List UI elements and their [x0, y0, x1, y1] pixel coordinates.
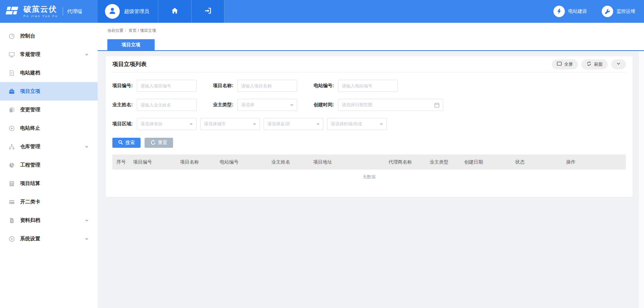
- station-no-label: 电站编号:: [314, 83, 338, 89]
- sidebar-item-project-initiation[interactable]: 项目立项: [0, 82, 98, 101]
- sidebar-item-label: 常规管理: [20, 51, 85, 58]
- sidebar-item-project-settlement[interactable]: 项目结算: [0, 174, 98, 193]
- stop-circle-icon: [8, 125, 15, 132]
- col-project-address: 项目地址: [309, 155, 384, 170]
- fullscreen-label: 全屏: [564, 61, 573, 67]
- sidebar-item-station-filing[interactable]: 电站建档: [0, 64, 98, 82]
- brand-text: 破茧云伏 Po Jian Yun Fu: [23, 5, 58, 18]
- brand-logo[interactable]: 破茧云伏 Po Jian Yun Fu 代理端: [0, 0, 98, 23]
- settings-icon: [8, 236, 15, 242]
- logo-mark-icon: [5, 5, 20, 18]
- tab-project-initiation[interactable]: 项目立项: [107, 39, 155, 50]
- col-status: 状态: [511, 155, 562, 170]
- user-menu[interactable]: 超级管理员: [98, 0, 158, 23]
- sidebar-item-open-class2-card[interactable]: 开二类卡: [0, 193, 98, 211]
- nav-monitoring-link[interactable]: 监控运维: [602, 6, 635, 17]
- logout-button[interactable]: [191, 0, 224, 23]
- sidebar-item-label: 开二类卡: [20, 199, 89, 205]
- caret-down-icon: [190, 123, 193, 125]
- briefcase-icon: [8, 88, 15, 95]
- chevron-down-icon: [616, 61, 621, 67]
- date-range-picker[interactable]: 请选择日期范围: [338, 99, 443, 111]
- filter-owner-type: 业主类型: 请选择: [213, 99, 314, 111]
- region-label: 项目区域:: [112, 121, 137, 127]
- sidebar-item-station-termination[interactable]: 电站终止: [0, 119, 98, 137]
- home-icon: [171, 7, 179, 16]
- avatar: [105, 4, 120, 19]
- owner-name-input[interactable]: [137, 99, 197, 111]
- sidebar-item-console[interactable]: 控制台: [0, 27, 98, 45]
- card-icon: [8, 199, 15, 205]
- nav-power-station-label: 电站建设: [568, 8, 587, 14]
- col-agent-name: 代理商名称: [384, 155, 426, 170]
- collapse-button[interactable]: [611, 59, 626, 69]
- file-icon: [8, 70, 15, 76]
- caret-down-icon: [290, 104, 293, 106]
- owner-type-select[interactable]: 请选择: [237, 99, 297, 111]
- project-name-label: 项目名称:: [213, 83, 237, 89]
- nav-monitoring-label: 监控运维: [616, 8, 635, 14]
- sidebar-item-label: 项目立项: [20, 88, 89, 95]
- sidebar-item-engineering-management[interactable]: 工程管理: [0, 156, 98, 174]
- fullscreen-icon: [557, 61, 562, 67]
- filter-create-time: 创建时间: 请选择日期范围: [314, 99, 443, 111]
- search-button[interactable]: 搜索: [112, 138, 141, 148]
- sign-out-icon: [204, 7, 212, 16]
- province-select[interactable]: 请选择省份: [137, 118, 197, 130]
- project-no-input[interactable]: [137, 80, 197, 92]
- town-select[interactable]: 请选择村镇/街道: [327, 118, 387, 130]
- sidebar-item-change-management[interactable]: 变更管理: [0, 101, 98, 119]
- city-select[interactable]: 请选择城市: [200, 118, 260, 130]
- breadcrumb-home-link[interactable]: 首页: [128, 28, 137, 33]
- pie-chart-icon: [8, 162, 15, 169]
- station-no-input[interactable]: [338, 80, 398, 92]
- brand-subtitle: Po Jian Yun Fu: [23, 14, 58, 18]
- fullscreen-button[interactable]: 全屏: [552, 59, 578, 69]
- col-project-no: 项目编号: [129, 155, 176, 170]
- refresh-button[interactable]: 刷新: [581, 59, 608, 69]
- col-create-date: 创建日期: [460, 155, 511, 170]
- project-name-input[interactable]: [237, 80, 297, 92]
- panel-body: 项目编号: 项目名称: 电站编号: 业主姓名: 业主类型: 请选择: [106, 72, 633, 184]
- reset-label: 重置: [158, 140, 167, 146]
- caret-down-icon: [380, 123, 383, 125]
- sidebar: 控制台 常规管理 电站建档 项目立项 变更管理 电站终止: [0, 23, 98, 308]
- filter-buttons: 搜索 重置: [112, 138, 626, 148]
- user-icon: [108, 6, 117, 16]
- panel-header: 项目立项列表 全屏 刷新: [112, 56, 626, 72]
- owner-type-label: 业主类型:: [213, 102, 237, 108]
- sidebar-item-general-management[interactable]: 常规管理: [0, 45, 98, 64]
- sidebar-item-label: 电站建档: [20, 70, 89, 76]
- filter-owner-name: 业主姓名:: [112, 99, 213, 111]
- filter-project-name: 项目名称:: [213, 80, 314, 92]
- sidebar-item-warehouse-management[interactable]: 仓库管理: [0, 137, 98, 156]
- chevron-down-icon: [85, 237, 89, 241]
- project-list-panel: 项目立项列表 全屏 刷新: [106, 56, 633, 197]
- city-placeholder: 请选择城市: [204, 121, 226, 127]
- home-button[interactable]: [158, 0, 191, 23]
- archive-icon: [8, 217, 15, 224]
- copy-icon: [8, 107, 15, 113]
- brand-badge: 代理端: [67, 8, 82, 15]
- chevron-down-icon: [85, 144, 89, 149]
- sidebar-item-data-archiving[interactable]: 资料归档: [0, 211, 98, 230]
- project-table: 序号 项目编号 项目名称 电站编号 业主姓名 项目地址 代理商名称 业主类型 创…: [112, 155, 626, 184]
- district-placeholder: 请选择县/区: [267, 121, 290, 127]
- search-label: 搜索: [125, 140, 135, 146]
- nav-power-station-link[interactable]: 电站建设: [553, 6, 587, 17]
- owner-type-placeholder: 请选择: [241, 102, 254, 108]
- district-select[interactable]: 请选择县/区: [264, 118, 323, 130]
- scrollbar-track[interactable]: [638, 52, 644, 308]
- breadcrumb-current: 项目立项: [140, 28, 156, 33]
- sidebar-item-label: 系统设置: [20, 236, 85, 242]
- caret-down-icon: [316, 123, 320, 125]
- town-placeholder: 请选择村镇/街道: [331, 121, 363, 127]
- col-index: 序号: [112, 155, 129, 170]
- reset-icon: [150, 140, 156, 146]
- owner-name-label: 业主姓名:: [112, 102, 137, 108]
- reset-button[interactable]: 重置: [145, 138, 173, 148]
- sidebar-item-system-settings[interactable]: 系统设置: [0, 230, 98, 248]
- col-station-no: 电站编号: [216, 155, 267, 170]
- filter-region: 项目区域: 请选择省份 请选择城市 请选择县/区 请选择村镇/街道: [112, 118, 387, 130]
- panel-actions: 全屏 刷新: [552, 59, 626, 69]
